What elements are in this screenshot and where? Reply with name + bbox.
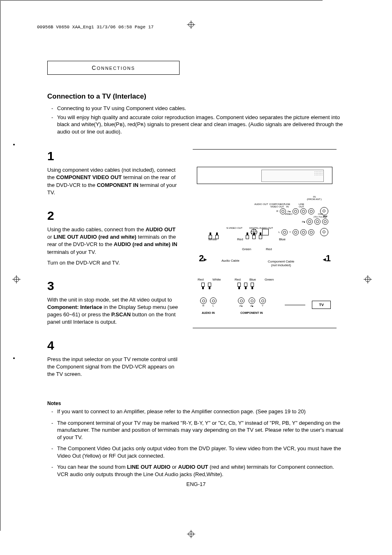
triangle-left-icon: ◂ bbox=[323, 256, 326, 263]
label-audio-cable: Audio Cable bbox=[221, 259, 240, 263]
step-number: 2 bbox=[47, 209, 179, 223]
jack-label-r: R bbox=[277, 210, 278, 212]
callout-number-1: ◂1 bbox=[323, 253, 331, 264]
rca-plug-icon bbox=[250, 283, 254, 289]
label-in-from-ant: IN (FROM ANT.) bbox=[307, 196, 322, 200]
jack-icon bbox=[300, 229, 307, 235]
color-label-red: Red bbox=[235, 278, 241, 281]
step-number: 3 bbox=[47, 279, 179, 293]
jack-icon bbox=[249, 297, 255, 304]
tv-panel: R L Pʀ Pʙ Y AUDIO IN COMPONENT IN bbox=[197, 297, 332, 320]
jack-icon bbox=[322, 219, 328, 225]
diagram-column: IN (FROM ANT.) AUDIO OUT COMPONENT VIDEO… bbox=[193, 149, 337, 390]
notes-block: Notes If you want to connect to an Ampli… bbox=[47, 401, 345, 482]
jack-label-y: Y bbox=[262, 304, 263, 307]
color-label-green: Green bbox=[265, 278, 274, 281]
diagram-divider-top bbox=[193, 149, 337, 150]
steps-area: 1 Using component video cables (not incl… bbox=[47, 149, 345, 390]
step-body-extra: Turn on the DVD-VCR and TV. bbox=[47, 259, 179, 267]
reg-dot-icon bbox=[13, 357, 15, 359]
jack-label-pb: Pʙ bbox=[250, 304, 253, 307]
diagram-divider-bottom bbox=[193, 328, 337, 328]
section-heading-rest: ONNECTIONS bbox=[97, 66, 135, 71]
tv-box-label: TV bbox=[312, 301, 331, 309]
imprint-header: 00956B V8650 XAA_Eng1 31/3/06 06:58 Page… bbox=[37, 25, 154, 30]
antenna-jack-icon bbox=[320, 207, 328, 215]
reg-dot-icon bbox=[13, 144, 15, 145]
main-content: Connection to a TV (Interlace) Connectin… bbox=[47, 92, 345, 390]
jack-icon bbox=[293, 208, 299, 214]
note-item: If you want to connect to an Amplifier, … bbox=[57, 408, 345, 415]
color-label-green: Green bbox=[242, 247, 251, 251]
page-number: ENG-17 bbox=[0, 481, 392, 487]
tv-component-jacks: Pʀ Pʙ Y bbox=[238, 297, 266, 307]
wiring-diagram: IN (FROM ANT.) AUDIO OUT COMPONENT VIDEO… bbox=[197, 188, 332, 320]
crop-rule-top bbox=[0, 0, 323, 1]
step-3: 3 With the unit in stop mode, set the Al… bbox=[47, 279, 179, 326]
notes-list: If you want to connect to an Amplifier, … bbox=[47, 408, 345, 478]
step-number: 1 bbox=[47, 149, 179, 163]
jack-icon bbox=[307, 219, 313, 225]
triangle-right-icon: ▸ bbox=[204, 256, 207, 263]
component-plugs-top bbox=[245, 233, 263, 239]
color-label-red: Red bbox=[198, 278, 204, 281]
rca-plug-icon bbox=[244, 283, 248, 289]
jack-label-r: R bbox=[203, 304, 204, 307]
cable-mid-labels: Audio Cable Component Cable (not include… bbox=[221, 259, 240, 263]
jack-label-l: L bbox=[279, 231, 280, 233]
jack-label-l: L bbox=[212, 304, 214, 307]
connector-line-icon bbox=[285, 305, 305, 305]
rca-plug-icon bbox=[258, 233, 263, 239]
optical-jack-icon bbox=[262, 229, 269, 235]
step-body: Using the audio cables, connect from the… bbox=[47, 226, 179, 267]
intro-item: You will enjoy high quality and accurate… bbox=[57, 114, 345, 136]
jack-icon bbox=[238, 297, 244, 304]
jack-icon bbox=[210, 297, 217, 304]
jack-icon bbox=[314, 219, 321, 225]
page-title: Connection to a TV (Interlace) bbox=[47, 92, 345, 101]
jack-icon bbox=[293, 229, 299, 235]
document-page: 00956B V8650 XAA_Eng1 31/3/06 06:58 Page… bbox=[0, 0, 392, 555]
rca-plug-icon bbox=[245, 233, 249, 239]
step-body: With the unit in stop mode, set the Alt … bbox=[47, 296, 179, 326]
step-number: 4 bbox=[47, 339, 179, 352]
rear-panel-detail: IN (FROM ANT.) AUDIO OUT COMPONENT VIDEO… bbox=[226, 196, 328, 228]
color-label-white: White bbox=[212, 278, 221, 281]
tv-audio-jacks: R L bbox=[200, 297, 217, 307]
color-label-red: Red bbox=[266, 247, 272, 251]
audio-plugs-bottom bbox=[201, 283, 212, 289]
tv-label-component-in: COMPONENT IN bbox=[240, 311, 263, 314]
label-audio-out: AUDIO OUT bbox=[254, 203, 268, 205]
dvd-vcr-unit-icon bbox=[197, 167, 332, 184]
jack-icon bbox=[308, 229, 314, 235]
steps-column: 1 Using component video cables (not incl… bbox=[47, 149, 179, 390]
jack-icon bbox=[308, 208, 314, 214]
color-label-blue: Blue bbox=[279, 237, 286, 241]
step-body: Using component video cables (not includ… bbox=[47, 166, 179, 196]
connection-diagram: IN (FROM ANT.) AUDIO OUT COMPONENT VIDEO… bbox=[193, 167, 337, 320]
registration-mark-icon bbox=[187, 530, 195, 538]
note-item: You can hear the sound from LINE OUT AUD… bbox=[57, 463, 345, 478]
tv-label-audio-in: AUDIO IN bbox=[202, 311, 215, 314]
label-s-video-out: S-VIDEO OUT bbox=[226, 227, 242, 229]
step-4: 4 Press the input selector on your TV re… bbox=[47, 339, 179, 378]
intro-item: Connecting to your TV using Component vi… bbox=[57, 105, 345, 112]
color-label-red: Red bbox=[237, 237, 243, 241]
step-1: 1 Using component video cables (not incl… bbox=[47, 149, 179, 196]
registration-mark-icon bbox=[12, 275, 21, 283]
jack-label-pb: Pʙ bbox=[302, 220, 305, 223]
jack-icon bbox=[259, 297, 266, 304]
jack-icon bbox=[300, 208, 307, 214]
crop-rule-left bbox=[0, 1, 1, 531]
step-2: 2 Using the audio cables, connect from t… bbox=[47, 209, 179, 267]
jack-label-y: Y bbox=[289, 231, 291, 233]
rca-plug-icon bbox=[252, 233, 256, 239]
registration-mark-icon bbox=[364, 275, 372, 283]
jack-icon bbox=[280, 208, 286, 214]
label-component-cable: Component Cable (not included) bbox=[263, 260, 300, 267]
section-heading-cap: C bbox=[92, 64, 97, 71]
rear-panel-thumbnail-icon bbox=[261, 170, 324, 182]
jack-label-pr: Pʀ bbox=[288, 210, 291, 213]
callout-number-2: 2▸ bbox=[199, 253, 207, 264]
section-heading-box: CONNECTIONS bbox=[47, 61, 180, 75]
